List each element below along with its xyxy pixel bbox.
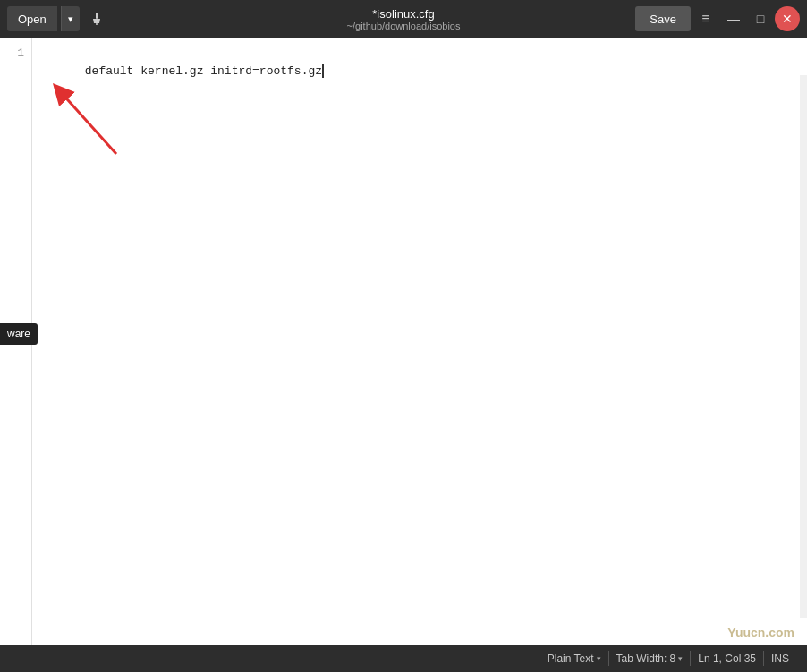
filename-label: *isolinux.cfg — [347, 7, 461, 21]
text-cursor — [322, 64, 324, 78]
save-button[interactable]: Save — [635, 6, 691, 31]
cursor-position: Ln 1, Col 35 — [691, 645, 763, 672]
close-button[interactable]: ✕ — [775, 6, 800, 31]
tab-width-selector[interactable]: Tab Width: 8 ▾ — [609, 645, 691, 672]
titlebar-left: Open ▾ — [7, 6, 110, 31]
maximize-button[interactable]: □ — [748, 6, 773, 31]
tab-width-dropdown-arrow: ▾ — [678, 654, 683, 663]
svg-rect-0 — [96, 13, 98, 19]
menu-button[interactable]: ≡ — [692, 6, 719, 31]
titlebar-right: Save ≡ — □ ✕ — [635, 6, 800, 31]
line-number-1: 1 — [0, 45, 31, 63]
pin-icon — [89, 12, 104, 26]
scrollbar-right[interactable] — [800, 75, 807, 618]
editor-content[interactable]: default kernel.gz initrd=rootfs.gz — [32, 38, 807, 645]
tooltip-ware: ware — [0, 323, 38, 345]
statusbar: Plain Text ▾ Tab Width: 8 ▾ Ln 1, Col 35… — [0, 645, 807, 672]
ins-label: INS — [771, 652, 789, 665]
ins-mode: INS — [764, 645, 796, 672]
open-dropdown-button[interactable]: ▾ — [61, 6, 80, 31]
open-button[interactable]: Open — [7, 6, 57, 31]
language-label: Plain Text — [548, 652, 594, 665]
filepath-label: ~/github/download/isobios — [347, 21, 461, 31]
position-label: Ln 1, Col 35 — [698, 652, 756, 665]
titlebar-center: *isolinux.cfg ~/github/download/isobios — [347, 7, 461, 31]
tab-width-label: Tab Width: 8 — [616, 652, 676, 665]
language-selector[interactable]: Plain Text ▾ — [540, 645, 608, 672]
editor-line-1: default kernel.gz initrd=rootfs.gz — [43, 45, 807, 98]
language-dropdown-arrow: ▾ — [597, 654, 601, 663]
editor-container[interactable]: 1 default kernel.gz initrd=rootfs.gz war… — [0, 38, 807, 645]
minimize-button[interactable]: — — [721, 6, 746, 31]
pin-button[interactable] — [83, 6, 110, 31]
titlebar: Open ▾ *isolinux.cfg ~/github/download/i… — [0, 0, 807, 38]
